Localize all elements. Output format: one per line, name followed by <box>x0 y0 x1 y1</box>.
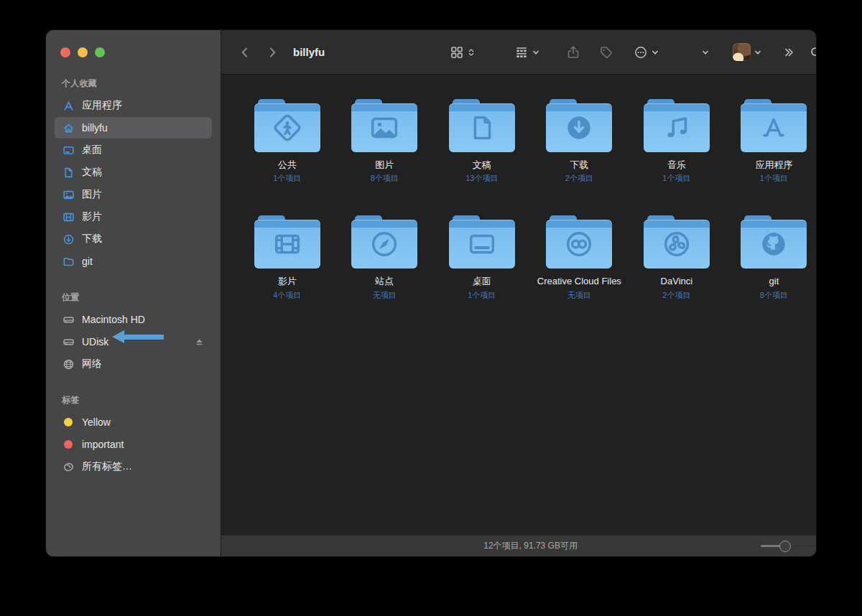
sidebar-all-tags[interactable]: 所有标签… <box>55 456 212 477</box>
compass-glyph <box>368 228 401 261</box>
share-button[interactable] <box>562 42 585 62</box>
eject-icon[interactable] <box>194 337 205 347</box>
back-button[interactable] <box>234 42 256 63</box>
group-by-icon <box>514 45 529 60</box>
sidebar-item-label: 桌面 <box>82 144 102 157</box>
sidebar-tag-important[interactable]: important <box>55 434 212 455</box>
chevron-down-icon <box>701 48 710 57</box>
sidebar-item-label: 网络 <box>82 358 102 370</box>
collapsed-item-control[interactable] <box>697 45 714 60</box>
sidebar-item-label: UDisk <box>82 336 108 347</box>
sidebar-item-label: 下载 <box>82 233 102 246</box>
sidebar-item-label: 应用程序 <box>82 99 122 112</box>
forward-button[interactable] <box>261 42 283 63</box>
folder-item-git[interactable]: git 8个项目 <box>726 215 816 300</box>
view-switcher[interactable] <box>445 42 480 62</box>
folder-item-movies[interactable]: 影片 4个项目 <box>238 215 336 300</box>
toolbar: billyfu <box>221 30 816 75</box>
chevron-down-icon <box>651 48 659 57</box>
sidebar-item-label: 图片 <box>82 188 102 201</box>
desktop-glyph <box>465 228 499 261</box>
globe-icon <box>62 358 75 370</box>
yellow-tag-icon <box>62 416 75 429</box>
window-title: billyfu <box>293 46 325 58</box>
home-icon <box>62 121 75 134</box>
minimize-button[interactable] <box>78 47 88 57</box>
document-glyph <box>465 111 499 144</box>
more-actions-control[interactable] <box>629 42 664 62</box>
tag-icon <box>599 45 613 60</box>
main-area: billyfu <box>221 30 816 556</box>
document-icon <box>62 166 75 179</box>
sidebar-item-label: Yellow <box>82 416 111 428</box>
sidebar-item-udisk[interactable]: UDisk <box>55 331 212 353</box>
sidebar-item-applications[interactable]: 应用程序 <box>55 95 212 116</box>
folder-item-downloads[interactable]: 下载 2个项目 <box>531 99 629 184</box>
red-tag-icon <box>62 438 75 451</box>
pedestrian-sign-glyph <box>271 111 304 144</box>
slider-knob[interactable] <box>779 541 791 552</box>
harddrive-icon <box>62 313 75 326</box>
sidebar-item-label: Macintosh HD <box>82 314 145 325</box>
sidebar-item-label: git <box>82 256 93 267</box>
sidebar-item-label: 文稿 <box>82 166 102 179</box>
download-circle-glyph <box>562 111 595 144</box>
folder-item-davinci[interactable]: DaVinci 2个项目 <box>628 215 726 300</box>
folder-item-applications[interactable]: 应用程序 1个项目 <box>726 99 816 184</box>
desktop-icon <box>62 144 75 157</box>
sidebar-item-documents[interactable]: 文稿 <box>55 162 212 183</box>
sidebar: 个人收藏 应用程序 billyfu 桌面 文稿 图片 影片 下载 <box>46 30 221 556</box>
tags-header: 标签 <box>55 387 212 411</box>
sidebar-item-label: 所有标签… <box>82 460 132 473</box>
zoom-button[interactable] <box>95 47 105 57</box>
image-icon <box>62 188 75 201</box>
folder-item-music[interactable]: 音乐 1个项目 <box>628 99 726 184</box>
sidebar-item-label: billyfu <box>82 122 108 134</box>
folder-item-pictures[interactable]: 图片 8个项目 <box>336 99 434 184</box>
close-button[interactable] <box>60 47 70 57</box>
sidebar-item-label: 影片 <box>82 210 102 223</box>
finder-window: 个人收藏 应用程序 billyfu 桌面 文稿 图片 影片 下载 <box>46 30 816 556</box>
folder-item-desktop[interactable]: 桌面 1个项目 <box>433 215 531 300</box>
github-glyph <box>757 228 790 261</box>
download-icon <box>62 233 75 246</box>
sidebar-item-label: important <box>82 439 124 450</box>
share-icon <box>566 45 580 60</box>
account-control[interactable] <box>728 40 766 64</box>
search-icon[interactable] <box>805 42 816 63</box>
window-controls <box>55 30 212 70</box>
sidebar-item-home[interactable]: billyfu <box>55 117 212 139</box>
updown-chevrons-icon <box>467 48 476 57</box>
sidebar-item-desktop[interactable]: 桌面 <box>55 139 212 161</box>
film-icon <box>62 210 75 223</box>
folder-item-creative-cloud[interactable]: Creative Cloud Files 无项目 <box>531 215 629 300</box>
folder-item-public[interactable]: 公共 1个项目 <box>238 99 336 184</box>
image-glyph <box>368 111 401 144</box>
folder-item-documents[interactable]: 文稿 13个项目 <box>433 99 531 184</box>
group-by-control[interactable] <box>510 42 544 62</box>
sidebar-item-pictures[interactable]: 图片 <box>55 184 212 205</box>
status-text: 12个项目, 91.73 GB可用 <box>483 540 578 552</box>
folder-icon <box>62 255 75 268</box>
sidebar-tag-yellow[interactable]: Yellow <box>55 411 212 433</box>
locations-header: 位置 <box>55 284 212 308</box>
sidebar-item-movies[interactable]: 影片 <box>55 206 212 228</box>
favorites-header: 个人收藏 <box>55 70 212 94</box>
avatar <box>733 43 751 61</box>
creative-cloud-glyph <box>562 228 595 261</box>
icon-size-slider[interactable] <box>761 541 816 552</box>
chevron-down-icon <box>532 48 540 57</box>
chevron-down-icon <box>754 48 762 57</box>
sidebar-item-downloads[interactable]: 下载 <box>55 228 212 250</box>
app-store-glyph <box>757 111 790 144</box>
tags-button[interactable] <box>595 42 618 62</box>
folder-grid: 公共 1个项目 图片 8个项目 文稿 13个项目 <box>221 75 816 535</box>
music-note-glyph <box>660 111 693 144</box>
sidebar-item-network[interactable]: 网络 <box>55 353 212 375</box>
folder-item-sites[interactable]: 站点 无项目 <box>336 215 434 300</box>
sidebar-item-macintosh-hd[interactable]: Macintosh HD <box>55 309 212 330</box>
sidebar-item-git[interactable]: git <box>55 251 212 272</box>
film-glyph <box>271 228 304 261</box>
app-store-icon <box>62 99 75 112</box>
overflow-chevrons-icon[interactable] <box>778 42 800 63</box>
